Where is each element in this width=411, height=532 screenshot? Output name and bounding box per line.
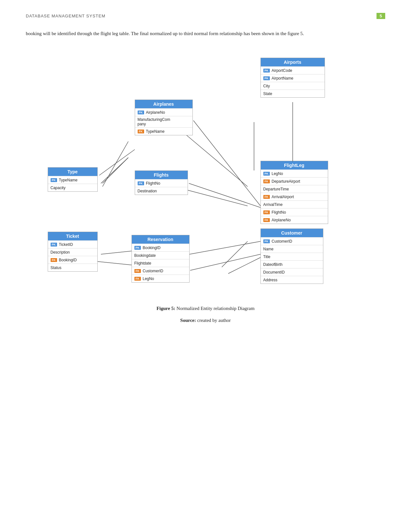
table-row: FK DepartureAirport bbox=[261, 177, 328, 185]
pk-badge: PK bbox=[263, 76, 270, 80]
type-entity: Type PK TypeName Capacity bbox=[48, 167, 98, 192]
pk-badge: PK bbox=[263, 172, 270, 176]
flightleg-header: FlightLeg bbox=[261, 161, 328, 169]
table-row: Flightdate bbox=[132, 259, 189, 267]
table-row: PK BookingID bbox=[132, 244, 189, 251]
table-row: DateofBirth bbox=[261, 260, 323, 268]
customer-header: Customer bbox=[261, 229, 323, 237]
table-row: PK AirportName bbox=[261, 74, 325, 82]
reservation-header: Reservation bbox=[132, 235, 189, 244]
fk-badge: FK bbox=[263, 179, 270, 183]
svg-line-13 bbox=[101, 251, 132, 254]
fk-badge: FK bbox=[134, 269, 141, 273]
airports-header: Airports bbox=[261, 58, 325, 66]
table-row: PK TicketID bbox=[48, 240, 97, 248]
table-row: ArrivalTime bbox=[261, 200, 328, 208]
source-text: created by author bbox=[196, 318, 231, 323]
table-row: PK CustomerID bbox=[261, 237, 323, 245]
svg-line-8 bbox=[103, 141, 128, 187]
figure-caption: Figure 5: Normalized Entity relationship… bbox=[26, 306, 385, 311]
pk-badge: PK bbox=[51, 178, 57, 182]
svg-line-0 bbox=[103, 158, 128, 183]
table-row: Bookingdate bbox=[132, 251, 189, 259]
figure-caption-prefix: Figure 5: bbox=[156, 306, 175, 311]
airplanes-header: Airplanes bbox=[135, 100, 192, 108]
airplanes-entity: Airplanes PK AirplaneNo ManufacturingCom… bbox=[135, 100, 193, 135]
svg-line-2 bbox=[101, 158, 128, 183]
flights-header: Flights bbox=[135, 171, 188, 179]
fk-badge: FK bbox=[138, 130, 144, 133]
table-row: PK AirplaneNo bbox=[135, 108, 192, 116]
page-header: DATABASE MANAGEMENT SYSTEM 5 bbox=[26, 13, 385, 19]
fk-badge: FK bbox=[263, 218, 270, 222]
pk-badge: PK bbox=[138, 181, 144, 185]
table-row: DocumentID bbox=[261, 268, 323, 276]
svg-line-6 bbox=[228, 257, 260, 274]
body-paragraph: booking will be identified through the f… bbox=[26, 29, 385, 38]
svg-line-10 bbox=[193, 121, 260, 206]
pk-badge: PK bbox=[138, 111, 144, 114]
table-row: Title bbox=[261, 253, 323, 260]
fk-badge: FK bbox=[263, 210, 270, 214]
ticket-entity: Ticket PK TicketID Description FK Bookin… bbox=[48, 232, 98, 272]
fk-badge: FK bbox=[134, 277, 141, 281]
table-row: FK ArrivalAirport bbox=[261, 193, 328, 200]
table-row: ManufacturingCompany bbox=[135, 116, 192, 127]
table-row: DepartureTime bbox=[261, 185, 328, 193]
svg-line-7 bbox=[222, 241, 248, 267]
table-row: PK AirportCode bbox=[261, 66, 325, 74]
reservation-entity: Reservation PK BookingID Bookingdate Fli… bbox=[132, 235, 190, 283]
table-row: FK CustomerID bbox=[132, 267, 189, 275]
ticket-header: Ticket bbox=[48, 232, 97, 240]
pk-badge: PK bbox=[263, 239, 270, 243]
table-row: Status bbox=[48, 264, 97, 271]
table-row: FK TypeName bbox=[135, 127, 192, 135]
figure-caption-text: Normalized Entity relationship Diagram bbox=[175, 306, 255, 311]
table-row: Destination bbox=[135, 187, 188, 195]
fk-badge: FK bbox=[263, 195, 270, 199]
svg-line-1 bbox=[186, 135, 248, 187]
svg-line-14 bbox=[190, 254, 260, 270]
type-header: Type bbox=[48, 168, 97, 176]
document-title: DATABASE MANAGEMENT SYSTEM bbox=[26, 14, 105, 18]
page-number: 5 bbox=[377, 13, 385, 19]
table-row: FK FlightNo bbox=[261, 208, 328, 216]
airports-entity: Airports PK AirportCode PK AirportName C… bbox=[260, 58, 325, 98]
table-row: City bbox=[261, 82, 325, 90]
svg-line-12 bbox=[189, 183, 260, 208]
erd-diagram: Airports PK AirportCode PK AirportName C… bbox=[28, 48, 383, 299]
table-row: State bbox=[261, 90, 325, 97]
source-line: Source: created by author bbox=[26, 318, 385, 323]
table-row: FK LegNo bbox=[132, 275, 189, 282]
table-row: FK BookingID bbox=[48, 256, 97, 264]
table-row: FK AirplaneNo bbox=[261, 216, 328, 224]
table-row: Address bbox=[261, 276, 323, 284]
flightleg-entity: FlightLeg PK LegNo FK DepartureAirport D… bbox=[260, 161, 328, 224]
table-row: PK LegNo bbox=[261, 169, 328, 177]
fk-badge: FK bbox=[51, 258, 57, 262]
table-row: Capacity bbox=[48, 184, 97, 191]
svg-line-4 bbox=[186, 190, 248, 206]
pk-badge: PK bbox=[51, 243, 57, 247]
pk-badge: PK bbox=[134, 246, 141, 250]
table-row: Description bbox=[48, 248, 97, 256]
table-row: PK FlightNo bbox=[135, 179, 188, 187]
svg-line-15 bbox=[190, 241, 260, 254]
customer-entity: Customer PK CustomerID Name Title Dateof… bbox=[260, 228, 323, 284]
table-row: Name bbox=[261, 245, 323, 253]
source-prefix: Source: bbox=[180, 318, 196, 323]
flights-entity: Flights PK FlightNo Destination bbox=[135, 170, 188, 195]
pk-badge: PK bbox=[263, 69, 270, 73]
svg-line-11 bbox=[99, 150, 135, 175]
table-row: PK TypeName bbox=[48, 176, 97, 184]
